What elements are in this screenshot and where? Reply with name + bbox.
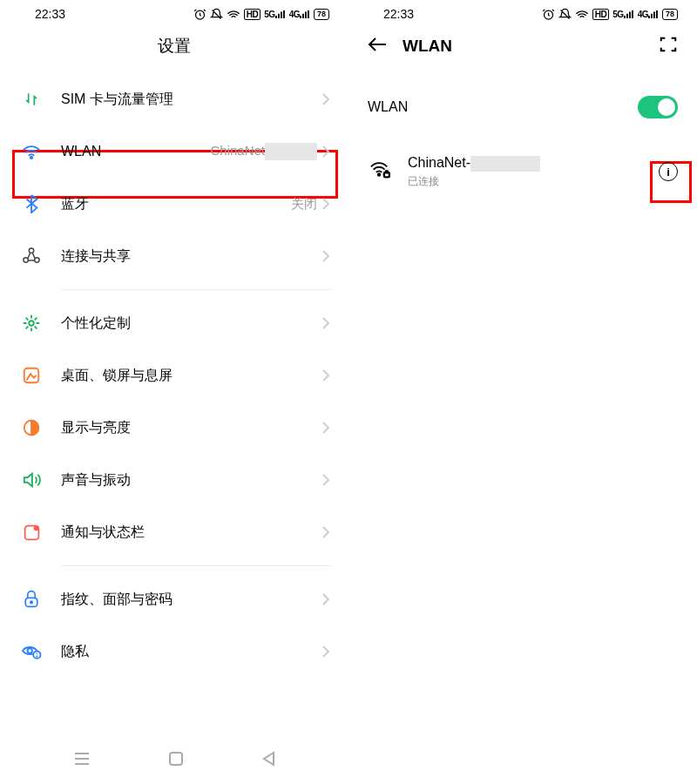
dnd-icon bbox=[558, 8, 572, 21]
wlan-header: WLAN bbox=[348, 24, 697, 68]
nav-back-icon[interactable] bbox=[261, 751, 275, 770]
row-label: 显示与亮度 bbox=[61, 419, 322, 437]
row-personalization[interactable]: 个性化定制 bbox=[0, 297, 348, 349]
signal-5g: 5G bbox=[612, 10, 633, 19]
wlan-toggle[interactable] bbox=[638, 96, 678, 118]
network-info-button[interactable]: i bbox=[659, 162, 678, 181]
wlan-toggle-label: WLAN bbox=[368, 99, 408, 115]
chevron-right-icon bbox=[322, 526, 329, 538]
svg-rect-31 bbox=[656, 10, 658, 18]
svg-point-17 bbox=[33, 525, 38, 531]
svg-point-12 bbox=[29, 248, 33, 253]
chevron-right-icon bbox=[322, 250, 329, 262]
network-status: 已连接 bbox=[408, 174, 540, 189]
settings-header: 设置 bbox=[0, 24, 348, 68]
row-desktop-lock[interactable]: 桌面、锁屏与息屏 bbox=[0, 349, 348, 402]
svg-point-19 bbox=[30, 601, 32, 603]
alarm-icon bbox=[193, 8, 206, 21]
svg-point-21 bbox=[33, 652, 40, 659]
chevron-right-icon bbox=[322, 93, 329, 105]
svg-rect-8 bbox=[308, 10, 309, 18]
svg-point-11 bbox=[35, 258, 39, 262]
hd-icon: HD bbox=[592, 9, 609, 20]
svg-point-32 bbox=[378, 174, 381, 177]
statusbar-left: 22:33 HD 5G 4G 78 bbox=[0, 0, 348, 24]
svg-rect-27 bbox=[632, 10, 633, 18]
chevron-right-icon bbox=[322, 593, 329, 605]
battery-icon: 78 bbox=[662, 9, 678, 20]
svg-rect-2 bbox=[278, 13, 280, 17]
battery-icon: 78 bbox=[314, 9, 329, 20]
statusbar-right: 22:33 HD 5G 4G 78 bbox=[348, 0, 697, 24]
desktop-icon bbox=[19, 366, 44, 385]
settings-list: SIM 卡与流量管理 WLAN ChinaNet 蓝牙 关闭 连接与共享 bbox=[0, 73, 348, 678]
row-notification[interactable]: 通知与状态栏 bbox=[0, 506, 348, 558]
back-button[interactable] bbox=[368, 37, 387, 56]
svg-rect-26 bbox=[629, 11, 631, 18]
page-title: 设置 bbox=[0, 35, 348, 57]
svg-point-10 bbox=[24, 258, 28, 262]
svg-rect-1 bbox=[275, 16, 277, 18]
personalize-icon bbox=[19, 314, 44, 333]
nav-home-icon[interactable] bbox=[168, 751, 184, 770]
qr-scan-button[interactable] bbox=[659, 35, 678, 57]
wifi-icon bbox=[575, 9, 589, 20]
settings-screen: 22:33 HD 5G 4G 78 设置 SIM 卡与流量管理 WL bbox=[0, 0, 348, 784]
status-time: 22:33 bbox=[35, 7, 65, 21]
row-label: 连接与共享 bbox=[61, 247, 322, 266]
privacy-icon bbox=[19, 643, 44, 660]
status-icons: HD 5G 4G 78 bbox=[193, 8, 329, 21]
lock-icon bbox=[19, 590, 44, 609]
row-biometrics[interactable]: 指纹、面部与密码 bbox=[0, 573, 348, 625]
notification-icon bbox=[19, 524, 44, 542]
hd-icon: HD bbox=[244, 9, 261, 20]
svg-rect-3 bbox=[281, 11, 282, 18]
row-display[interactable]: 显示与亮度 bbox=[0, 402, 348, 454]
svg-rect-30 bbox=[653, 11, 655, 18]
divider bbox=[61, 565, 331, 566]
row-label: 隐私 bbox=[61, 643, 322, 661]
row-bluetooth[interactable]: 蓝牙 关闭 bbox=[0, 178, 348, 230]
row-connect-share[interactable]: 连接与共享 bbox=[0, 230, 348, 282]
sound-icon bbox=[19, 471, 44, 489]
brightness-icon bbox=[19, 418, 44, 437]
nav-recent-icon[interactable] bbox=[73, 752, 91, 769]
chevron-right-icon bbox=[322, 474, 329, 486]
row-label: 指纹、面部与密码 bbox=[61, 591, 322, 609]
sim-icon bbox=[19, 91, 44, 108]
row-label: WLAN bbox=[61, 144, 210, 159]
svg-rect-24 bbox=[624, 16, 626, 18]
svg-rect-28 bbox=[648, 16, 650, 18]
row-sound[interactable]: 声音与振动 bbox=[0, 454, 348, 506]
alarm-icon bbox=[542, 8, 555, 21]
row-label: 蓝牙 bbox=[61, 195, 291, 213]
connected-network-row[interactable]: ChinaNet- 已连接 i bbox=[348, 146, 697, 198]
status-time: 22:33 bbox=[383, 7, 414, 21]
share-icon bbox=[19, 247, 44, 265]
signal-4g: 4G bbox=[638, 10, 659, 19]
row-label: 通知与状态栏 bbox=[61, 524, 322, 542]
bluetooth-icon bbox=[19, 194, 44, 213]
row-value: ChinaNet bbox=[210, 143, 317, 160]
chevron-right-icon bbox=[322, 422, 329, 434]
svg-point-20 bbox=[27, 648, 31, 652]
chevron-right-icon bbox=[322, 369, 329, 382]
signal-5g: 5G bbox=[264, 10, 285, 19]
row-privacy[interactable]: 隐私 bbox=[0, 625, 348, 678]
dnd-icon bbox=[210, 8, 223, 21]
svg-rect-22 bbox=[170, 753, 182, 765]
svg-point-13 bbox=[29, 321, 34, 326]
row-wlan[interactable]: WLAN ChinaNet bbox=[0, 125, 348, 178]
wifi-icon bbox=[19, 144, 44, 159]
svg-rect-6 bbox=[302, 13, 304, 17]
network-name: ChinaNet- bbox=[408, 155, 540, 172]
android-navbar bbox=[0, 746, 348, 775]
svg-point-9 bbox=[30, 157, 32, 159]
signal-4g: 4G bbox=[289, 10, 310, 19]
row-value: 关闭 bbox=[291, 196, 317, 213]
row-label: 声音与振动 bbox=[61, 471, 322, 490]
row-sim-data[interactable]: SIM 卡与流量管理 bbox=[0, 73, 348, 125]
row-label: 桌面、锁屏与息屏 bbox=[61, 367, 322, 385]
svg-rect-29 bbox=[651, 13, 653, 17]
svg-rect-5 bbox=[300, 16, 301, 18]
